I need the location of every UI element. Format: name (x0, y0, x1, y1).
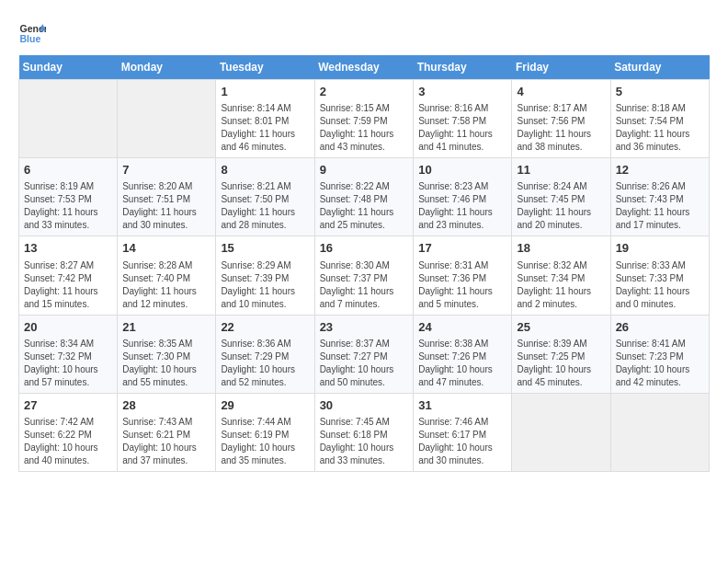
day-info: Sunrise: 8:17 AM Sunset: 7:56 PM Dayligh… (517, 102, 605, 154)
day-number: 25 (517, 319, 605, 336)
calendar-cell: 7Sunrise: 8:20 AM Sunset: 7:51 PM Daylig… (118, 158, 216, 236)
day-info: Sunrise: 8:26 AM Sunset: 7:43 PM Dayligh… (616, 180, 704, 232)
day-info: Sunrise: 8:32 AM Sunset: 7:34 PM Dayligh… (517, 259, 605, 311)
calendar-cell: 9Sunrise: 8:22 AM Sunset: 7:48 PM Daylig… (314, 158, 414, 236)
calendar-cell: 21Sunrise: 8:35 AM Sunset: 7:30 PM Dayli… (118, 315, 216, 393)
weekday-header: Friday (512, 55, 610, 80)
calendar-cell: 23Sunrise: 8:37 AM Sunset: 7:27 PM Dayli… (314, 315, 414, 393)
day-info: Sunrise: 8:36 AM Sunset: 7:29 PM Dayligh… (221, 338, 309, 389)
calendar-cell: 27Sunrise: 7:42 AM Sunset: 6:22 PM Dayli… (19, 393, 118, 471)
day-number: 29 (221, 397, 309, 414)
day-number: 4 (517, 84, 605, 100)
day-info: Sunrise: 8:23 AM Sunset: 7:46 PM Dayligh… (418, 180, 506, 232)
day-number: 2 (320, 84, 409, 100)
day-number: 7 (122, 162, 210, 178)
day-number: 24 (418, 319, 506, 336)
day-number: 18 (517, 240, 605, 257)
day-info: Sunrise: 8:31 AM Sunset: 7:36 PM Dayligh… (418, 259, 506, 311)
calendar-cell: 5Sunrise: 8:18 AM Sunset: 7:54 PM Daylig… (610, 80, 709, 158)
calendar-cell: 6Sunrise: 8:19 AM Sunset: 7:53 PM Daylig… (19, 158, 118, 236)
calendar-week-row: 6Sunrise: 8:19 AM Sunset: 7:53 PM Daylig… (19, 158, 710, 236)
day-number: 14 (122, 240, 210, 257)
day-number: 13 (24, 240, 112, 257)
day-info: Sunrise: 8:35 AM Sunset: 7:30 PM Dayligh… (122, 338, 210, 389)
day-info: Sunrise: 8:28 AM Sunset: 7:40 PM Dayligh… (122, 259, 210, 311)
page-header: General Blue (18, 18, 710, 46)
day-number: 26 (616, 319, 704, 336)
calendar-week-row: 20Sunrise: 8:34 AM Sunset: 7:32 PM Dayli… (19, 315, 710, 393)
day-number: 23 (320, 319, 409, 336)
calendar-cell: 25Sunrise: 8:39 AM Sunset: 7:25 PM Dayli… (512, 315, 610, 393)
calendar-cell: 24Sunrise: 8:38 AM Sunset: 7:26 PM Dayli… (414, 315, 512, 393)
day-info: Sunrise: 8:22 AM Sunset: 7:48 PM Dayligh… (320, 180, 409, 232)
day-info: Sunrise: 8:30 AM Sunset: 7:37 PM Dayligh… (320, 259, 409, 311)
day-number: 28 (122, 397, 210, 414)
day-info: Sunrise: 8:19 AM Sunset: 7:53 PM Dayligh… (24, 180, 112, 232)
calendar-cell: 17Sunrise: 8:31 AM Sunset: 7:36 PM Dayli… (414, 236, 512, 315)
calendar-cell: 16Sunrise: 8:30 AM Sunset: 7:37 PM Dayli… (314, 236, 414, 315)
day-info: Sunrise: 8:18 AM Sunset: 7:54 PM Dayligh… (616, 102, 704, 154)
day-number: 6 (24, 162, 112, 178)
day-number: 27 (24, 397, 112, 414)
logo: General Blue (18, 18, 50, 46)
day-info: Sunrise: 8:15 AM Sunset: 7:59 PM Dayligh… (320, 102, 409, 154)
day-number: 30 (320, 397, 409, 414)
logo-icon: General Blue (18, 18, 46, 46)
day-info: Sunrise: 8:21 AM Sunset: 7:50 PM Dayligh… (221, 180, 309, 232)
calendar-cell: 2Sunrise: 8:15 AM Sunset: 7:59 PM Daylig… (314, 80, 414, 158)
day-number: 9 (320, 162, 409, 178)
day-info: Sunrise: 8:39 AM Sunset: 7:25 PM Dayligh… (517, 338, 605, 389)
calendar-week-row: 27Sunrise: 7:42 AM Sunset: 6:22 PM Dayli… (19, 393, 710, 471)
day-number: 19 (616, 240, 704, 257)
weekday-header: Saturday (610, 55, 709, 80)
calendar-cell: 19Sunrise: 8:33 AM Sunset: 7:33 PM Dayli… (610, 236, 709, 315)
day-info: Sunrise: 8:34 AM Sunset: 7:32 PM Dayligh… (24, 338, 112, 389)
day-number: 16 (320, 240, 409, 257)
weekday-header: Monday (118, 55, 216, 80)
day-number: 8 (221, 162, 309, 178)
weekday-header: Sunday (19, 55, 118, 80)
day-number: 22 (221, 319, 309, 336)
calendar-cell (512, 393, 610, 471)
calendar-cell: 14Sunrise: 8:28 AM Sunset: 7:40 PM Dayli… (118, 236, 216, 315)
calendar-cell: 10Sunrise: 8:23 AM Sunset: 7:46 PM Dayli… (414, 158, 512, 236)
day-info: Sunrise: 8:29 AM Sunset: 7:39 PM Dayligh… (221, 259, 309, 311)
calendar-cell: 26Sunrise: 8:41 AM Sunset: 7:23 PM Dayli… (610, 315, 709, 393)
calendar-cell (610, 393, 709, 471)
calendar-cell: 13Sunrise: 8:27 AM Sunset: 7:42 PM Dayli… (19, 236, 118, 315)
calendar-cell: 4Sunrise: 8:17 AM Sunset: 7:56 PM Daylig… (512, 80, 610, 158)
day-info: Sunrise: 8:24 AM Sunset: 7:45 PM Dayligh… (517, 180, 605, 232)
day-info: Sunrise: 8:37 AM Sunset: 7:27 PM Dayligh… (320, 338, 409, 389)
calendar-table: SundayMondayTuesdayWednesdayThursdayFrid… (18, 55, 710, 472)
day-info: Sunrise: 8:27 AM Sunset: 7:42 PM Dayligh… (24, 259, 112, 311)
calendar-cell: 29Sunrise: 7:44 AM Sunset: 6:19 PM Dayli… (216, 393, 314, 471)
day-info: Sunrise: 7:43 AM Sunset: 6:21 PM Dayligh… (122, 416, 210, 467)
day-info: Sunrise: 7:44 AM Sunset: 6:19 PM Dayligh… (221, 416, 309, 467)
calendar-cell: 12Sunrise: 8:26 AM Sunset: 7:43 PM Dayli… (610, 158, 709, 236)
day-info: Sunrise: 8:14 AM Sunset: 8:01 PM Dayligh… (221, 102, 309, 154)
svg-text:Blue: Blue (20, 33, 41, 44)
day-info: Sunrise: 8:16 AM Sunset: 7:58 PM Dayligh… (418, 102, 506, 154)
weekday-header: Thursday (414, 55, 512, 80)
day-number: 20 (24, 319, 112, 336)
day-info: Sunrise: 8:41 AM Sunset: 7:23 PM Dayligh… (616, 338, 704, 389)
calendar-cell: 8Sunrise: 8:21 AM Sunset: 7:50 PM Daylig… (216, 158, 314, 236)
calendar-cell: 3Sunrise: 8:16 AM Sunset: 7:58 PM Daylig… (414, 80, 512, 158)
day-number: 12 (616, 162, 704, 178)
day-number: 15 (221, 240, 309, 257)
calendar-cell: 18Sunrise: 8:32 AM Sunset: 7:34 PM Dayli… (512, 236, 610, 315)
day-number: 3 (418, 84, 506, 100)
calendar-cell (19, 80, 118, 158)
day-number: 11 (517, 162, 605, 178)
day-number: 17 (418, 240, 506, 257)
calendar-cell: 28Sunrise: 7:43 AM Sunset: 6:21 PM Dayli… (118, 393, 216, 471)
calendar-cell: 1Sunrise: 8:14 AM Sunset: 8:01 PM Daylig… (216, 80, 314, 158)
calendar-week-row: 13Sunrise: 8:27 AM Sunset: 7:42 PM Dayli… (19, 236, 710, 315)
day-info: Sunrise: 8:33 AM Sunset: 7:33 PM Dayligh… (616, 259, 704, 311)
day-info: Sunrise: 8:38 AM Sunset: 7:26 PM Dayligh… (418, 338, 506, 389)
day-number: 31 (418, 397, 506, 414)
day-number: 10 (418, 162, 506, 178)
calendar-cell: 11Sunrise: 8:24 AM Sunset: 7:45 PM Dayli… (512, 158, 610, 236)
calendar-cell: 31Sunrise: 7:46 AM Sunset: 6:17 PM Dayli… (414, 393, 512, 471)
day-number: 5 (616, 84, 704, 100)
